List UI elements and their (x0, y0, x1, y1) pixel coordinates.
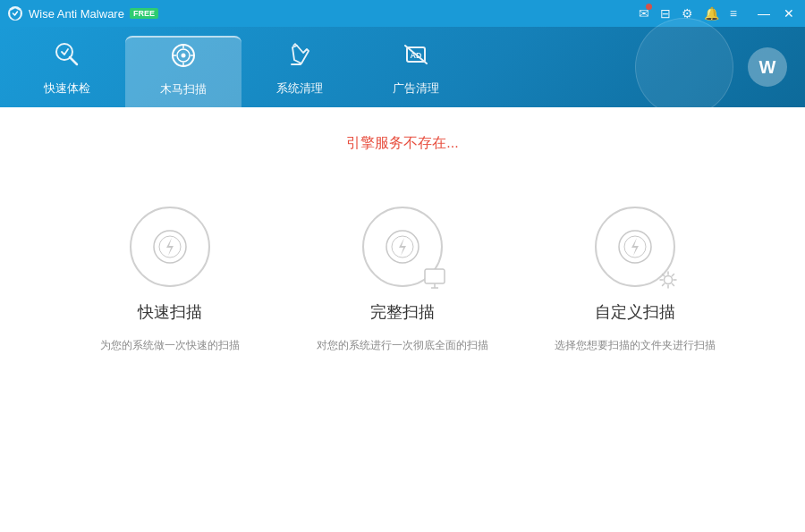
tab-ad-clean[interactable]: AD 广告清理 (358, 36, 474, 107)
main-content: 引擎服务不存在... 快速扫描 为您的系统做一次快速的扫描 (0, 107, 805, 532)
free-badge: FREE (130, 8, 158, 19)
titlebar-left: Wise Anti Malware FREE (7, 5, 158, 21)
full-scan-icon-circle (362, 207, 443, 287)
custom-scan-icon-circle (595, 207, 675, 287)
tab-system-clean-label: 系统清理 (276, 80, 323, 97)
custom-scan-desc: 选择您想要扫描的文件夹进行扫描 (555, 337, 716, 354)
quick-scan-desc: 为您的系统做一次快速的扫描 (100, 337, 240, 354)
full-scan-desc: 对您的系统进行一次彻底全面的扫描 (317, 337, 488, 354)
tab-quick-check[interactable]: 快速体检 (9, 36, 125, 107)
quick-scan-title: 快速扫描 (138, 301, 202, 323)
tab-system-clean[interactable]: 系统清理 (242, 36, 358, 107)
trojan-scan-icon (169, 41, 198, 76)
mail-icon[interactable]: ✉ (639, 6, 649, 21)
custom-scan-lightning-icon (617, 229, 653, 265)
tab-trojan-scan[interactable]: 木马扫描 (125, 36, 242, 107)
scan-options: 快速扫描 为您的系统做一次快速的扫描 完整扫描 对您的系统进行一次彻底全面的扫描 (0, 171, 805, 532)
quick-scan-lightning-icon (152, 229, 188, 265)
app-icon (7, 5, 23, 21)
quick-check-icon (53, 40, 81, 75)
monitor-icon[interactable]: ⊟ (660, 6, 671, 21)
bell-icon[interactable]: 🔔 (704, 6, 719, 21)
navbar-tabs: 快速体检 木马扫描 (9, 36, 796, 107)
user-avatar[interactable]: W (748, 47, 787, 87)
error-message: 引擎服务不存在... (346, 134, 458, 153)
quick-scan-option[interactable]: 快速扫描 为您的系统做一次快速的扫描 (54, 189, 286, 372)
ad-clean-icon: AD (402, 40, 430, 75)
system-clean-icon (285, 40, 314, 75)
menu-icon[interactable]: ≡ (730, 6, 737, 21)
minimize-button[interactable]: — (755, 7, 773, 20)
titlebar-right: ✉ ⊟ ⚙ 🔔 ≡ — ✕ (639, 6, 798, 21)
svg-rect-18 (425, 269, 445, 283)
titlebar: Wise Anti Malware FREE ✉ ⊟ ⚙ 🔔 ≡ — ✕ (0, 0, 805, 27)
gear-overlay-icon (656, 267, 681, 292)
full-scan-option[interactable]: 完整扫描 对您的系统进行一次彻底全面的扫描 (286, 189, 519, 372)
svg-line-2 (70, 57, 77, 64)
svg-point-23 (665, 276, 673, 284)
tab-trojan-scan-label: 木马扫描 (160, 81, 207, 97)
custom-scan-option[interactable]: 自定义扫描 选择您想要扫描的文件夹进行扫描 (519, 189, 751, 372)
tab-quick-check-label: 快速体检 (44, 80, 90, 97)
settings-icon[interactable]: ⚙ (682, 6, 693, 21)
full-scan-lightning-icon (385, 229, 420, 265)
app-title: Wise Anti Malware (29, 7, 124, 21)
win-controls: — ✕ (755, 7, 798, 20)
navbar: 快速体检 木马扫描 (0, 27, 805, 107)
svg-point-5 (182, 53, 186, 57)
quick-scan-icon-circle (130, 207, 210, 287)
tab-ad-clean-label: 广告清理 (393, 80, 439, 97)
custom-scan-title: 自定义扫描 (595, 301, 675, 323)
monitor-overlay-icon (423, 267, 448, 292)
full-scan-title: 完整扫描 (370, 301, 435, 323)
close-button[interactable]: ✕ (780, 7, 798, 20)
